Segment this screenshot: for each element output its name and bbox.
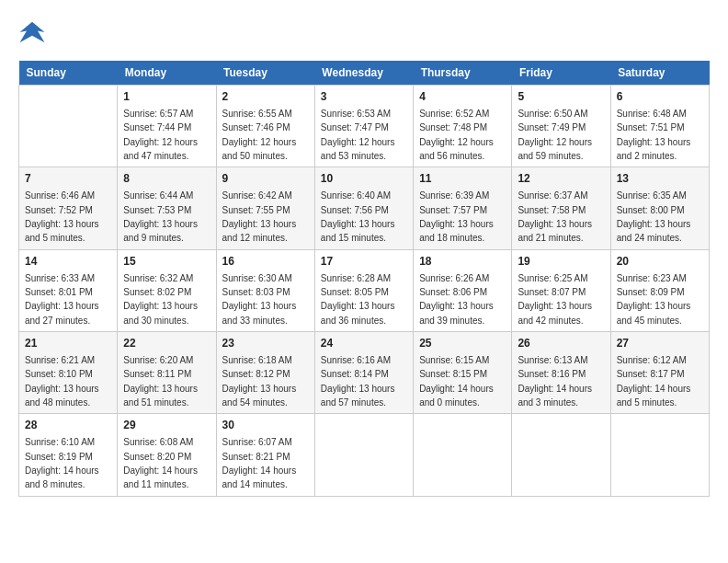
day-detail: Sunrise: 6:42 AMSunset: 7:55 PMDaylight:… [222,190,297,243]
day-detail: Sunrise: 6:52 AMSunset: 7:48 PMDaylight:… [419,109,494,161]
day-cell: 30Sunrise: 6:07 AMSunset: 8:21 PMDayligh… [216,414,314,496]
day-number: 17 [321,254,407,270]
day-detail: Sunrise: 6:18 AMSunset: 8:12 PMDaylight:… [222,355,297,408]
day-detail: Sunrise: 6:46 AMSunset: 7:52 PMDaylight:… [25,190,99,243]
day-number: 16 [222,254,309,270]
day-cell: 7Sunrise: 6:46 AMSunset: 7:52 PMDaylight… [19,167,118,249]
day-cell: 11Sunrise: 6:39 AMSunset: 7:57 PMDayligh… [414,167,512,249]
day-cell: 29Sunrise: 6:08 AMSunset: 8:20 PMDayligh… [118,414,216,496]
day-detail: Sunrise: 6:44 AMSunset: 7:53 PMDaylight:… [123,190,198,243]
svg-marker-0 [20,22,45,43]
day-cell [512,414,610,496]
day-number: 20 [617,254,703,270]
week-row-1: 1Sunrise: 6:57 AMSunset: 7:44 PMDaylight… [19,86,710,167]
week-row-2: 7Sunrise: 6:46 AMSunset: 7:52 PMDaylight… [19,167,710,249]
day-number: 3 [321,89,407,105]
day-detail: Sunrise: 6:13 AMSunset: 8:16 PMDaylight:… [518,355,592,408]
day-cell [19,86,118,167]
day-header-sunday: Sunday [19,61,118,86]
day-number: 26 [518,336,604,351]
day-number: 7 [25,171,111,187]
calendar-table: SundayMondayTuesdayWednesdayThursdayFrid… [18,61,710,497]
day-number: 27 [617,336,703,351]
day-cell: 2Sunrise: 6:55 AMSunset: 7:46 PMDaylight… [216,86,314,167]
day-cell: 22Sunrise: 6:20 AMSunset: 8:11 PMDayligh… [118,332,216,414]
day-cell: 21Sunrise: 6:21 AMSunset: 8:10 PMDayligh… [19,332,118,414]
day-detail: Sunrise: 6:16 AMSunset: 8:14 PMDaylight:… [321,355,395,408]
day-detail: Sunrise: 6:30 AMSunset: 8:03 PMDaylight:… [222,273,297,326]
day-number: 25 [419,336,506,351]
day-number: 22 [123,336,210,351]
day-number: 5 [518,89,604,105]
day-cell: 17Sunrise: 6:28 AMSunset: 8:05 PMDayligh… [314,249,413,331]
day-number: 13 [617,171,703,187]
day-cell [610,414,709,496]
day-cell: 16Sunrise: 6:30 AMSunset: 8:03 PMDayligh… [216,249,314,331]
day-detail: Sunrise: 6:21 AMSunset: 8:10 PMDaylight:… [25,355,99,408]
day-number: 8 [123,171,210,187]
week-row-4: 21Sunrise: 6:21 AMSunset: 8:10 PMDayligh… [19,332,710,414]
day-detail: Sunrise: 6:25 AMSunset: 8:07 PMDaylight:… [518,273,592,326]
day-detail: Sunrise: 6:40 AMSunset: 7:56 PMDaylight:… [321,190,395,243]
header-row: SundayMondayTuesdayWednesdayThursdayFrid… [19,61,710,86]
page-header [18,18,710,46]
day-number: 28 [25,418,111,433]
day-detail: Sunrise: 6:23 AMSunset: 8:09 PMDaylight:… [617,273,691,326]
day-cell [414,414,512,496]
day-detail: Sunrise: 6:20 AMSunset: 8:11 PMDaylight:… [123,355,198,408]
day-detail: Sunrise: 6:12 AMSunset: 8:17 PMDaylight:… [617,355,691,408]
day-detail: Sunrise: 6:15 AMSunset: 8:15 PMDaylight:… [419,355,494,408]
day-cell: 10Sunrise: 6:40 AMSunset: 7:56 PMDayligh… [314,167,413,249]
day-cell: 19Sunrise: 6:25 AMSunset: 8:07 PMDayligh… [512,249,610,331]
day-cell: 3Sunrise: 6:53 AMSunset: 7:47 PMDaylight… [314,86,413,167]
logo [18,18,50,46]
day-cell: 15Sunrise: 6:32 AMSunset: 8:02 PMDayligh… [118,249,216,331]
day-number: 10 [321,171,407,187]
day-cell: 8Sunrise: 6:44 AMSunset: 7:53 PMDaylight… [118,167,216,249]
day-header-thursday: Thursday [414,61,512,86]
day-detail: Sunrise: 6:55 AMSunset: 7:46 PMDaylight:… [222,109,297,161]
day-detail: Sunrise: 6:28 AMSunset: 8:05 PMDaylight:… [321,273,395,326]
day-number: 6 [617,89,703,105]
day-cell: 13Sunrise: 6:35 AMSunset: 8:00 PMDayligh… [610,167,709,249]
day-number: 11 [419,171,506,187]
day-number: 14 [25,254,111,270]
day-cell: 5Sunrise: 6:50 AMSunset: 7:49 PMDaylight… [512,86,610,167]
week-row-5: 28Sunrise: 6:10 AMSunset: 8:19 PMDayligh… [19,414,710,496]
day-cell: 28Sunrise: 6:10 AMSunset: 8:19 PMDayligh… [19,414,118,496]
day-detail: Sunrise: 6:37 AMSunset: 7:58 PMDaylight:… [518,190,592,243]
day-cell: 12Sunrise: 6:37 AMSunset: 7:58 PMDayligh… [512,167,610,249]
day-header-wednesday: Wednesday [314,61,413,86]
day-cell: 1Sunrise: 6:57 AMSunset: 7:44 PMDaylight… [118,86,216,167]
day-header-friday: Friday [512,61,610,86]
day-header-monday: Monday [118,61,216,86]
day-detail: Sunrise: 6:39 AMSunset: 7:57 PMDaylight:… [419,190,494,243]
day-number: 30 [222,418,309,433]
day-detail: Sunrise: 6:48 AMSunset: 7:51 PMDaylight:… [617,109,691,161]
day-detail: Sunrise: 6:57 AMSunset: 7:44 PMDaylight:… [123,109,198,161]
day-detail: Sunrise: 6:33 AMSunset: 8:01 PMDaylight:… [25,273,99,326]
day-detail: Sunrise: 6:50 AMSunset: 7:49 PMDaylight:… [518,109,592,161]
day-detail: Sunrise: 6:32 AMSunset: 8:02 PMDaylight:… [123,273,198,326]
week-row-3: 14Sunrise: 6:33 AMSunset: 8:01 PMDayligh… [19,249,710,331]
day-detail: Sunrise: 6:08 AMSunset: 8:20 PMDaylight:… [123,437,198,489]
day-detail: Sunrise: 6:53 AMSunset: 7:47 PMDaylight:… [321,109,395,161]
day-cell: 14Sunrise: 6:33 AMSunset: 8:01 PMDayligh… [19,249,118,331]
logo-icon [18,18,46,46]
day-cell: 24Sunrise: 6:16 AMSunset: 8:14 PMDayligh… [314,332,413,414]
day-number: 9 [222,171,309,187]
day-number: 12 [518,171,604,187]
day-detail: Sunrise: 6:10 AMSunset: 8:19 PMDaylight:… [25,437,99,489]
day-number: 1 [123,89,210,105]
day-number: 18 [419,254,506,270]
day-number: 29 [123,418,210,433]
day-header-tuesday: Tuesday [216,61,314,86]
day-number: 21 [25,336,111,351]
day-cell: 4Sunrise: 6:52 AMSunset: 7:48 PMDaylight… [414,86,512,167]
day-number: 24 [321,336,407,351]
day-detail: Sunrise: 6:07 AMSunset: 8:21 PMDaylight:… [222,437,297,489]
day-header-saturday: Saturday [610,61,709,86]
day-detail: Sunrise: 6:35 AMSunset: 8:00 PMDaylight:… [617,190,691,243]
day-number: 23 [222,336,309,351]
day-cell: 18Sunrise: 6:26 AMSunset: 8:06 PMDayligh… [414,249,512,331]
